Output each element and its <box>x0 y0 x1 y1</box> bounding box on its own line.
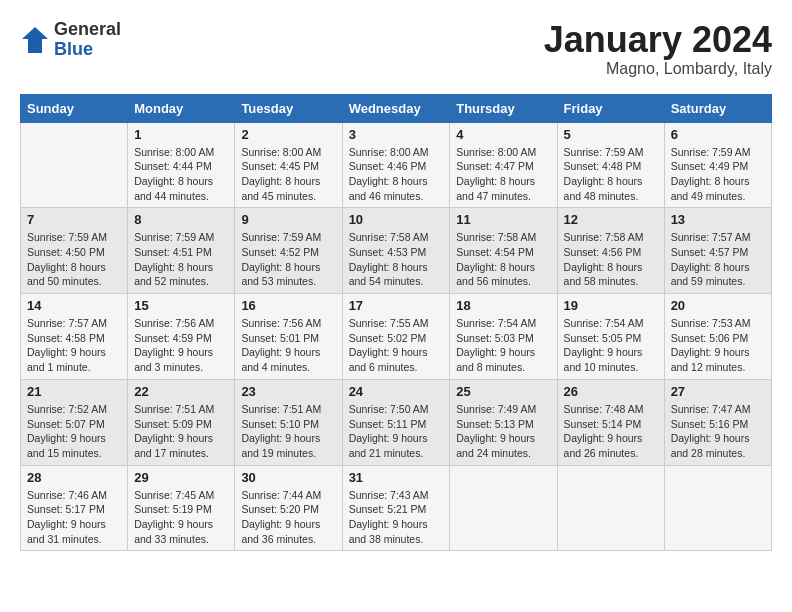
day-info: Sunrise: 7:49 AMSunset: 5:13 PMDaylight:… <box>456 402 550 461</box>
svg-marker-0 <box>22 27 48 53</box>
day-cell <box>21 122 128 208</box>
week-row-4: 21Sunrise: 7:52 AMSunset: 5:07 PMDayligh… <box>21 379 772 465</box>
day-info: Sunrise: 7:43 AMSunset: 5:21 PMDaylight:… <box>349 488 444 547</box>
day-number: 28 <box>27 470 121 485</box>
calendar-header: SundayMondayTuesdayWednesdayThursdayFrid… <box>21 94 772 122</box>
day-number: 15 <box>134 298 228 313</box>
logo-blue: Blue <box>54 40 121 60</box>
day-number: 5 <box>564 127 658 142</box>
day-info: Sunrise: 7:57 AMSunset: 4:57 PMDaylight:… <box>671 230 765 289</box>
day-cell: 2Sunrise: 8:00 AMSunset: 4:45 PMDaylight… <box>235 122 342 208</box>
day-cell: 13Sunrise: 7:57 AMSunset: 4:57 PMDayligh… <box>664 208 771 294</box>
day-cell: 4Sunrise: 8:00 AMSunset: 4:47 PMDaylight… <box>450 122 557 208</box>
day-number: 29 <box>134 470 228 485</box>
day-cell: 23Sunrise: 7:51 AMSunset: 5:10 PMDayligh… <box>235 379 342 465</box>
logo-general: General <box>54 20 121 40</box>
header-row: SundayMondayTuesdayWednesdayThursdayFrid… <box>21 94 772 122</box>
day-number: 13 <box>671 212 765 227</box>
day-cell: 10Sunrise: 7:58 AMSunset: 4:53 PMDayligh… <box>342 208 450 294</box>
header-wednesday: Wednesday <box>342 94 450 122</box>
day-info: Sunrise: 7:54 AMSunset: 5:03 PMDaylight:… <box>456 316 550 375</box>
day-number: 11 <box>456 212 550 227</box>
day-info: Sunrise: 7:46 AMSunset: 5:17 PMDaylight:… <box>27 488 121 547</box>
header-friday: Friday <box>557 94 664 122</box>
day-cell: 3Sunrise: 8:00 AMSunset: 4:46 PMDaylight… <box>342 122 450 208</box>
day-info: Sunrise: 7:51 AMSunset: 5:09 PMDaylight:… <box>134 402 228 461</box>
day-number: 19 <box>564 298 658 313</box>
day-cell <box>664 465 771 551</box>
day-info: Sunrise: 8:00 AMSunset: 4:44 PMDaylight:… <box>134 145 228 204</box>
day-cell: 30Sunrise: 7:44 AMSunset: 5:20 PMDayligh… <box>235 465 342 551</box>
day-info: Sunrise: 7:57 AMSunset: 4:58 PMDaylight:… <box>27 316 121 375</box>
calendar-body: 1Sunrise: 8:00 AMSunset: 4:44 PMDaylight… <box>21 122 772 551</box>
day-info: Sunrise: 7:59 AMSunset: 4:48 PMDaylight:… <box>564 145 658 204</box>
day-number: 2 <box>241 127 335 142</box>
day-number: 25 <box>456 384 550 399</box>
day-cell: 25Sunrise: 7:49 AMSunset: 5:13 PMDayligh… <box>450 379 557 465</box>
day-number: 30 <box>241 470 335 485</box>
day-info: Sunrise: 7:51 AMSunset: 5:10 PMDaylight:… <box>241 402 335 461</box>
logo-text: General Blue <box>54 20 121 60</box>
day-cell: 5Sunrise: 7:59 AMSunset: 4:48 PMDaylight… <box>557 122 664 208</box>
day-cell: 16Sunrise: 7:56 AMSunset: 5:01 PMDayligh… <box>235 294 342 380</box>
day-number: 9 <box>241 212 335 227</box>
header-saturday: Saturday <box>664 94 771 122</box>
day-info: Sunrise: 7:59 AMSunset: 4:51 PMDaylight:… <box>134 230 228 289</box>
day-info: Sunrise: 7:48 AMSunset: 5:14 PMDaylight:… <box>564 402 658 461</box>
day-number: 16 <box>241 298 335 313</box>
day-number: 12 <box>564 212 658 227</box>
day-cell: 9Sunrise: 7:59 AMSunset: 4:52 PMDaylight… <box>235 208 342 294</box>
header-sunday: Sunday <box>21 94 128 122</box>
day-info: Sunrise: 7:58 AMSunset: 4:56 PMDaylight:… <box>564 230 658 289</box>
day-cell: 11Sunrise: 7:58 AMSunset: 4:54 PMDayligh… <box>450 208 557 294</box>
day-info: Sunrise: 7:58 AMSunset: 4:53 PMDaylight:… <box>349 230 444 289</box>
day-cell: 1Sunrise: 8:00 AMSunset: 4:44 PMDaylight… <box>128 122 235 208</box>
day-number: 23 <box>241 384 335 399</box>
header-thursday: Thursday <box>450 94 557 122</box>
day-number: 18 <box>456 298 550 313</box>
month-title: January 2024 <box>544 20 772 60</box>
header-tuesday: Tuesday <box>235 94 342 122</box>
day-cell <box>450 465 557 551</box>
day-number: 4 <box>456 127 550 142</box>
day-number: 17 <box>349 298 444 313</box>
day-cell: 21Sunrise: 7:52 AMSunset: 5:07 PMDayligh… <box>21 379 128 465</box>
day-cell: 14Sunrise: 7:57 AMSunset: 4:58 PMDayligh… <box>21 294 128 380</box>
day-number: 6 <box>671 127 765 142</box>
day-info: Sunrise: 8:00 AMSunset: 4:46 PMDaylight:… <box>349 145 444 204</box>
day-number: 1 <box>134 127 228 142</box>
day-cell: 26Sunrise: 7:48 AMSunset: 5:14 PMDayligh… <box>557 379 664 465</box>
day-cell: 31Sunrise: 7:43 AMSunset: 5:21 PMDayligh… <box>342 465 450 551</box>
day-info: Sunrise: 7:56 AMSunset: 5:01 PMDaylight:… <box>241 316 335 375</box>
week-row-1: 1Sunrise: 8:00 AMSunset: 4:44 PMDaylight… <box>21 122 772 208</box>
day-info: Sunrise: 7:54 AMSunset: 5:05 PMDaylight:… <box>564 316 658 375</box>
day-info: Sunrise: 7:52 AMSunset: 5:07 PMDaylight:… <box>27 402 121 461</box>
day-number: 7 <box>27 212 121 227</box>
day-info: Sunrise: 7:59 AMSunset: 4:49 PMDaylight:… <box>671 145 765 204</box>
day-cell: 19Sunrise: 7:54 AMSunset: 5:05 PMDayligh… <box>557 294 664 380</box>
day-number: 27 <box>671 384 765 399</box>
day-info: Sunrise: 7:56 AMSunset: 4:59 PMDaylight:… <box>134 316 228 375</box>
day-number: 26 <box>564 384 658 399</box>
day-cell: 28Sunrise: 7:46 AMSunset: 5:17 PMDayligh… <box>21 465 128 551</box>
day-number: 24 <box>349 384 444 399</box>
day-cell: 29Sunrise: 7:45 AMSunset: 5:19 PMDayligh… <box>128 465 235 551</box>
day-info: Sunrise: 7:53 AMSunset: 5:06 PMDaylight:… <box>671 316 765 375</box>
day-info: Sunrise: 7:55 AMSunset: 5:02 PMDaylight:… <box>349 316 444 375</box>
day-number: 22 <box>134 384 228 399</box>
day-number: 21 <box>27 384 121 399</box>
day-cell <box>557 465 664 551</box>
day-info: Sunrise: 7:47 AMSunset: 5:16 PMDaylight:… <box>671 402 765 461</box>
day-info: Sunrise: 8:00 AMSunset: 4:47 PMDaylight:… <box>456 145 550 204</box>
day-number: 14 <box>27 298 121 313</box>
calendar-table: SundayMondayTuesdayWednesdayThursdayFrid… <box>20 94 772 552</box>
day-cell: 27Sunrise: 7:47 AMSunset: 5:16 PMDayligh… <box>664 379 771 465</box>
logo: General Blue <box>20 20 121 60</box>
day-info: Sunrise: 7:58 AMSunset: 4:54 PMDaylight:… <box>456 230 550 289</box>
page-header: General Blue January 2024 Magno, Lombard… <box>20 20 772 78</box>
day-info: Sunrise: 7:59 AMSunset: 4:52 PMDaylight:… <box>241 230 335 289</box>
day-cell: 8Sunrise: 7:59 AMSunset: 4:51 PMDaylight… <box>128 208 235 294</box>
day-info: Sunrise: 7:44 AMSunset: 5:20 PMDaylight:… <box>241 488 335 547</box>
day-number: 10 <box>349 212 444 227</box>
week-row-5: 28Sunrise: 7:46 AMSunset: 5:17 PMDayligh… <box>21 465 772 551</box>
